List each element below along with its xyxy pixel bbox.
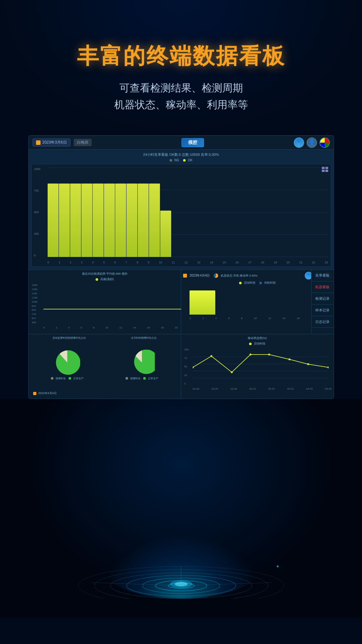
- bar-0: [48, 184, 59, 257]
- x-label-14: 14: [210, 261, 213, 264]
- sub-title-line1: 可查看检测结果、检测周期: [119, 82, 243, 94]
- line-chart-area: 0255075100: [183, 346, 332, 392]
- pie2-title: 全天时间报警时长占比: [131, 336, 157, 340]
- right-sidebar: 良率看板 机器看板 检测记录 样本记录 日志记录: [311, 270, 334, 334]
- sidebar-item-yield[interactable]: 良率看板: [311, 270, 334, 281]
- pie-legend-1: 报警时长 正常生产: [51, 377, 84, 380]
- mode-text: 模腔: [188, 140, 197, 145]
- bar-8: [138, 184, 149, 257]
- pie1-title: 启动监警时间段报警时长占比: [52, 336, 86, 340]
- legend-ng: NG: [170, 158, 179, 162]
- shift-text: 白晚班: [77, 140, 88, 145]
- date-text: 2023年3月6日: [42, 140, 67, 145]
- pie-charts-row: 报警时长 正常生产 报警: [31, 340, 179, 390]
- top-background: 丰富的终端数据看板 可查看检测结果、检测周期 机器状态、稼动率、利用率等: [0, 0, 362, 135]
- x-label-15: 15: [223, 261, 226, 264]
- x-label-10: 10: [159, 261, 162, 264]
- pie-section: 启动监警时间段报警时长占比 全天时间报警时长占比: [29, 334, 181, 399]
- x-label-17: 17: [248, 261, 251, 264]
- dash-header: 2023年3月6日 白晚班 模腔 👤: [29, 136, 334, 150]
- globe-icon[interactable]: [294, 137, 304, 148]
- svg-point-7: [210, 355, 212, 357]
- bar-4: [93, 184, 104, 257]
- middle-left-panel: 最近20次检测趋势 平均值:999 毫秒 高频(毫秒) 495607719832…: [29, 270, 181, 334]
- x-label-7: 7: [125, 261, 127, 264]
- bottom-section: 启动监警时间段报警时长占比 全天时间报警时长占比: [29, 334, 334, 399]
- line-chart-legend: 启动时段: [183, 342, 332, 346]
- x-label-19: 19: [274, 261, 277, 264]
- main-title: 丰富的终端数据看板: [77, 42, 285, 71]
- bar-2: [70, 184, 81, 257]
- header-left: 2023年3月6日 白晚班: [32, 138, 92, 147]
- sub-title: 可查看检测结果、检测周期 机器状态、稼动率、利用率等: [114, 80, 248, 113]
- x-label-9: 9: [148, 261, 149, 264]
- x-label-5: 5: [103, 261, 105, 264]
- left-panel-legend: 高频(毫秒): [31, 277, 179, 281]
- x-label-21: 21: [299, 261, 302, 264]
- right-date: 2023年4月4日: [190, 273, 210, 278]
- top-chart-area: 0 250 500 750 1000 012345678910111: [31, 164, 331, 267]
- right-chart-legend: 启动时段 待机时段: [183, 281, 332, 285]
- user-avatar[interactable]: 👤: [307, 137, 317, 148]
- color-wheel[interactable]: [320, 137, 330, 148]
- bar-10: [160, 211, 171, 257]
- bar-3: [81, 184, 92, 257]
- x-label-3: 3: [81, 261, 82, 264]
- right-panel-title: 机器状态:开机 稼动率:0.83%: [221, 274, 257, 278]
- left-panel-title: 最近20次检测趋势 平均值:999 毫秒: [31, 272, 179, 276]
- x-label-13: 13: [197, 261, 200, 264]
- pie-chart-1: [54, 350, 80, 375]
- holo-section: [0, 399, 362, 618]
- pie-section-titles: 启动监警时间段报警时长占比 全天时间报警时长占比: [31, 336, 179, 340]
- sidebar-item-sample[interactable]: 样本记录: [311, 305, 334, 316]
- bar-5: [104, 184, 115, 257]
- line-chart-section: 稼动率趋势(%) 启动时段 0255075100: [181, 334, 334, 399]
- shift-badge: 白晚班: [74, 139, 92, 146]
- middle-right-panel: 2023年4月4日 机器状态:开机 稼动率:0.83% 👤 启动时段: [181, 270, 334, 334]
- line-svg: [193, 350, 329, 385]
- dashboard-container: 2023年3月6日 白晚班 模腔 👤 24小时良率看板 OK数:0 总数:105…: [28, 135, 334, 399]
- svg-point-13: [327, 366, 328, 368]
- x-axis: 01234567891011121314151617181920212223: [48, 261, 328, 264]
- bar-9: [149, 184, 160, 257]
- pie-chart-2: [129, 350, 155, 375]
- x-label-1: 1: [59, 261, 60, 264]
- pie-date-footer: 2023年4月4日: [31, 390, 179, 397]
- legend-ok: OK: [183, 158, 192, 162]
- dashboard-wrapper: 2023年3月6日 白晚班 模腔 👤 24小时良率看板 OK数:0 总数:105…: [28, 135, 334, 399]
- line-chart-title: 稼动率趋势(%): [183, 336, 332, 340]
- left-small-chart: 49560771983294410561169128113931500 0246…: [31, 282, 179, 330]
- x-label-2: 2: [70, 261, 71, 264]
- svg-point-10: [268, 354, 270, 355]
- x-label-8: 8: [137, 261, 138, 264]
- x-label-23: 23: [325, 261, 328, 264]
- bar-6: [115, 184, 126, 257]
- x-label-12: 12: [184, 261, 188, 264]
- mode-badge: 模腔: [181, 138, 204, 147]
- bar-1: [59, 184, 70, 257]
- svg-point-9: [249, 354, 251, 355]
- x-label-16: 16: [236, 261, 239, 264]
- y-axis: 0 250 500 750 1000: [34, 167, 41, 257]
- date-badge: 2023年3月6日: [32, 138, 70, 147]
- x-label-11: 11: [172, 261, 175, 264]
- sub-title-line2: 机器状态、稼动率、利用率等: [114, 99, 248, 110]
- sidebar-item-machine[interactable]: 机器看板: [311, 281, 334, 293]
- middle-section: 最近20次检测趋势 平均值:999 毫秒 高频(毫秒) 495607719832…: [29, 270, 334, 334]
- holo-rings-svg: [69, 502, 294, 599]
- right-bar-chart: 02468101214161820: [183, 286, 332, 321]
- x-label-6: 6: [114, 261, 116, 264]
- sidebar-item-detect[interactable]: 检测记录: [311, 293, 334, 305]
- svg-point-8: [231, 371, 233, 373]
- x-label-22: 22: [312, 261, 315, 264]
- svg-line-22: [181, 582, 271, 586]
- svg-point-25: [175, 582, 188, 586]
- svg-point-12: [307, 363, 309, 365]
- right-panel-header: 2023年4月4日 机器状态:开机 稼动率:0.83% 👤: [183, 272, 332, 279]
- pie-legend-2: 报警时长 正常生产: [125, 377, 158, 380]
- svg-point-11: [288, 358, 290, 360]
- sidebar-item-log[interactable]: 日志记录: [311, 316, 334, 328]
- x-label-0: 0: [48, 261, 49, 264]
- chart-legend: NG OK: [31, 158, 331, 162]
- header-right: 👤: [294, 137, 330, 148]
